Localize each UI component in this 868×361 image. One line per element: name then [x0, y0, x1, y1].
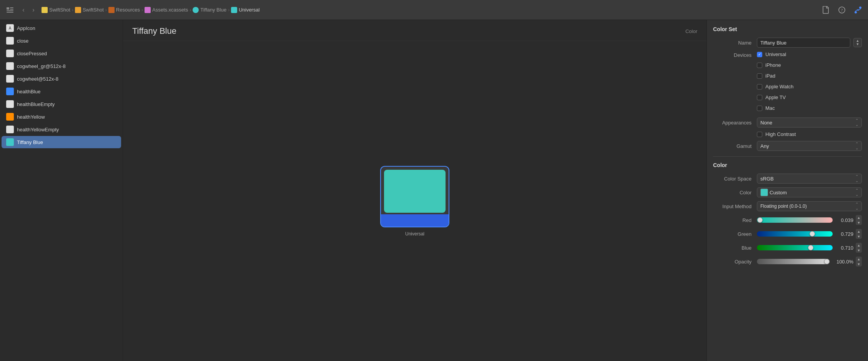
device-ipad-label: iPad	[765, 73, 775, 79]
closepressed-icon-preview	[6, 50, 14, 57]
breadcrumb-sep-2: ›	[105, 7, 107, 13]
svg-point-10	[857, 9, 859, 11]
universal-icon	[231, 7, 237, 13]
opacity-stepper-up[interactable]: ▲	[856, 257, 862, 262]
blue-stepper[interactable]: ▲ ▼	[856, 243, 862, 253]
color-dropdown[interactable]: Custom ⌃⌄	[757, 187, 862, 197]
opacity-label: Opacity	[713, 259, 752, 265]
green-stepper-down[interactable]: ▼	[856, 234, 862, 239]
file-inspector-button[interactable]	[820, 5, 831, 15]
sidebar-item-appicon[interactable]: A AppIcon	[2, 22, 121, 34]
blue-stepper-down[interactable]: ▼	[856, 248, 862, 253]
healthyellow-icon-preview	[6, 113, 14, 121]
healthblue-icon-preview	[6, 88, 14, 95]
sidebar: A AppIcon close closePressed cogwheel_gr…	[0, 20, 123, 361]
opacity-slider[interactable]	[757, 259, 830, 264]
device-iphone-checkbox[interactable]	[757, 63, 762, 68]
breadcrumb-swiftshot-folder[interactable]: SwiftShot	[75, 7, 104, 13]
device-universal-checkbox[interactable]	[757, 52, 762, 57]
device-ipad-row: iPad	[757, 73, 775, 79]
sidebar-item-healthblue[interactable]: healthBlue	[2, 85, 121, 98]
red-stepper[interactable]: ▲ ▼	[856, 215, 862, 225]
sidebar-item-healthblueempty[interactable]: healthBlueEmpty	[2, 98, 121, 110]
color-swatch-inner	[384, 170, 446, 213]
green-stepper[interactable]: ▲ ▼	[856, 229, 862, 239]
forward-button[interactable]: ›	[29, 6, 38, 14]
device-applewatch-checkbox[interactable]	[757, 84, 762, 89]
blue-thumb	[808, 245, 813, 250]
breadcrumb-universal[interactable]: Universal	[231, 7, 259, 13]
devices-row: Devices Universal iPhone iPad Apple Watc…	[713, 51, 862, 114]
blue-slider[interactable]	[757, 245, 833, 250]
back-button[interactable]: ‹	[19, 6, 28, 14]
nav-buttons: ‹ ›	[19, 6, 38, 14]
svg-point-9	[859, 7, 861, 9]
sidebar-item-healthyellow[interactable]: healthYellow	[2, 111, 121, 123]
swatch-label: Universal	[405, 231, 424, 237]
appearances-dropdown[interactable]: None ⌃⌄	[757, 118, 862, 128]
name-input[interactable]	[757, 38, 850, 48]
sidebar-item-closepressed[interactable]: closePressed	[2, 47, 121, 60]
device-mac-checkbox[interactable]	[757, 106, 762, 111]
device-mac-row: Mac	[757, 105, 775, 111]
breadcrumb-xcassets[interactable]: Assets.xcassets	[145, 7, 188, 13]
breadcrumb-swiftshot-file[interactable]: SwiftShot	[42, 7, 70, 13]
device-appletv-row: Apple TV	[757, 94, 786, 100]
color-label-field: Color	[713, 190, 752, 195]
name-value-container: ▲ ▼	[757, 38, 862, 48]
devices-label: Devices	[713, 51, 752, 58]
right-panel: Color Set Name ▲ ▼ Devices Universal	[707, 20, 868, 361]
color-section-title: Color	[713, 162, 862, 168]
top-bar: ‹ › SwiftShot › SwiftShot › Resources › …	[0, 0, 868, 20]
red-label: Red	[713, 217, 752, 223]
breadcrumb: SwiftShot › SwiftShot › Resources › Asse…	[42, 7, 816, 13]
color-icon	[193, 7, 199, 13]
svg-rect-1	[10, 7, 13, 8]
colorspace-dropdown[interactable]: sRGB ⌃⌄	[757, 174, 862, 184]
sidebar-item-healthyellowempty[interactable]: healthYellowEmpty	[2, 123, 121, 136]
color-swatch-bottom	[381, 214, 449, 227]
breadcrumb-resources[interactable]: Resources	[108, 7, 140, 13]
color-swatch-outer[interactable]	[380, 166, 449, 227]
sidebar-item-close[interactable]: close	[2, 35, 121, 47]
red-stepper-down[interactable]: ▼	[856, 220, 862, 225]
device-ipad-checkbox[interactable]	[757, 73, 762, 79]
appearances-label: Appearances	[713, 120, 752, 126]
red-slider[interactable]	[757, 217, 833, 223]
gamut-dropdown[interactable]: Any ⌃⌄	[757, 141, 862, 151]
colorspace-label: Color Space	[713, 176, 752, 182]
opacity-stepper[interactable]: ▲ ▼	[856, 257, 862, 267]
sidebar-item-cogwheel[interactable]: cogwheel@512x-8	[2, 73, 121, 85]
cogwheel-gr-icon-preview	[6, 62, 14, 70]
device-appletv-checkbox[interactable]	[757, 95, 762, 100]
red-stepper-up[interactable]: ▲	[856, 215, 862, 220]
red-value: 0.039	[835, 217, 853, 223]
breadcrumb-tiffanyblue[interactable]: Tiffany Blue	[193, 7, 226, 13]
source-control-button[interactable]	[853, 5, 863, 15]
device-applewatch-row: Apple Watch	[757, 84, 793, 89]
green-stepper-up[interactable]: ▲	[856, 229, 862, 234]
name-stepper[interactable]: ▲ ▼	[853, 38, 862, 47]
green-slider[interactable]	[757, 231, 833, 237]
device-appletv-label: Apple TV	[765, 94, 786, 100]
high-contrast-checkbox[interactable]	[757, 132, 762, 137]
svg-rect-0	[7, 7, 9, 10]
top-bar-right: ?	[820, 5, 863, 15]
main-content: A AppIcon close closePressed cogwheel_gr…	[0, 20, 868, 361]
devices-checkboxes: Universal iPhone iPad Apple Watch Apple …	[757, 51, 862, 114]
inputmethod-chevron: ⌃⌄	[855, 202, 858, 210]
blue-row: Blue 0.710 ▲ ▼	[713, 243, 862, 253]
opacity-value: 100.0%	[832, 259, 853, 265]
help-button[interactable]: ?	[836, 5, 847, 15]
color-preview-container: Universal	[380, 166, 449, 237]
device-universal-row: Universal	[757, 51, 786, 57]
opacity-stepper-down[interactable]: ▼	[856, 262, 862, 267]
sidebar-item-cogwheel-gr[interactable]: cogwheel_gr@512x-8	[2, 60, 121, 72]
center-content: Universal	[123, 41, 707, 361]
inputmethod-dropdown[interactable]: Floating point (0.0-1.0) ⌃⌄	[757, 201, 862, 211]
device-iphone-row: iPhone	[757, 62, 781, 68]
navigator-toggle-button[interactable]	[5, 5, 15, 15]
sidebar-item-tiffanyblue[interactable]: Tiffany Blue	[2, 136, 121, 148]
green-label: Green	[713, 231, 752, 237]
blue-stepper-up[interactable]: ▲	[856, 243, 862, 248]
